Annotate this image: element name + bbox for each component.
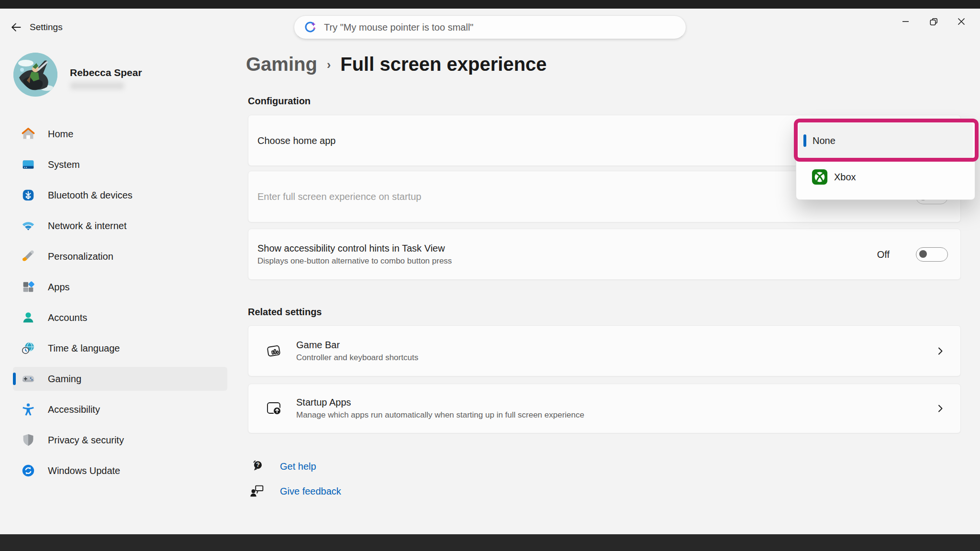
privacy-security-icon xyxy=(21,433,35,447)
breadcrumb-parent[interactable]: Gaming xyxy=(246,54,317,75)
sidebar-item-privacy-security[interactable]: Privacy & security xyxy=(13,428,227,452)
related-settings-heading: Related settings xyxy=(248,307,322,318)
home-icon xyxy=(21,127,35,141)
restore-button[interactable] xyxy=(920,11,947,32)
back-arrow-icon xyxy=(10,21,22,33)
search-sparkle-icon xyxy=(303,20,317,34)
sidebar-item-time-language[interactable]: Time & language xyxy=(13,336,227,360)
game-bar-title: Game Bar xyxy=(296,340,418,351)
sidebar-item-network-internet[interactable]: Network & internet xyxy=(13,214,227,238)
personalization-icon xyxy=(21,249,35,264)
back-button[interactable] xyxy=(7,18,26,36)
get-help-link[interactable]: Get help xyxy=(280,461,316,472)
avatar[interactable] xyxy=(13,53,57,97)
search-input[interactable] xyxy=(323,22,681,33)
windows-update-icon xyxy=(21,463,35,478)
game-bar-subtitle: Controller and keyboard shortcuts xyxy=(296,353,418,363)
sidebar-item-apps[interactable]: Apps xyxy=(13,275,227,299)
accessibility-hints-toggle[interactable] xyxy=(916,247,948,262)
sidebar-item-system[interactable]: System xyxy=(13,153,227,176)
search-box[interactable] xyxy=(294,15,686,39)
accessibility-hints-title: Show accessibility control hints in Task… xyxy=(257,243,452,254)
give-feedback-link[interactable]: Give feedback xyxy=(280,486,341,497)
startup-experience-label: Enter full screen experience on startup xyxy=(257,191,421,202)
dropdown-option-none[interactable]: None xyxy=(799,123,973,158)
settings-window: Settings xyxy=(0,0,980,551)
close-button[interactable] xyxy=(947,11,975,32)
sidebar-item-accessibility[interactable]: Accessibility xyxy=(13,397,227,421)
startup-apps-subtitle: Manage which apps run automatically when… xyxy=(296,410,584,420)
screen-bottom-bar xyxy=(0,534,980,551)
restore-icon xyxy=(928,16,939,27)
accessibility-hints-subtitle: Displays one-button alternative to combo… xyxy=(257,256,452,266)
user-subtitle-blurred xyxy=(70,82,124,89)
user-name: Rebecca Spear xyxy=(70,67,142,78)
toggle-state-label: Off xyxy=(877,249,890,260)
breadcrumb-chevron-icon: › xyxy=(327,58,331,72)
page-title: Full screen experience xyxy=(340,54,546,75)
dropdown-option-xbox[interactable]: Xbox xyxy=(799,159,973,195)
accessibility-hints-row: Show accessibility control hints in Task… xyxy=(248,229,961,280)
dropdown-option-xbox-label: Xbox xyxy=(834,172,856,183)
minimize-icon xyxy=(901,16,911,27)
startup-apps-title: Startup Apps xyxy=(296,397,584,408)
minimize-button[interactable] xyxy=(892,11,920,32)
sidebar-item-home[interactable]: Home xyxy=(13,122,227,146)
app-title: Settings xyxy=(30,22,63,33)
startup-apps-icon xyxy=(266,400,283,417)
get-help-row: ? Get help xyxy=(249,458,316,474)
game-bar-icon xyxy=(266,342,283,360)
window-controls xyxy=(892,11,975,32)
selected-accent-bar xyxy=(13,373,16,385)
bluetooth-icon xyxy=(21,188,35,202)
gaming-icon xyxy=(21,372,35,386)
give-feedback-row: Give feedback xyxy=(249,483,341,499)
selected-option-accent-bar xyxy=(803,134,806,147)
sidebar-nav: Home System Bluetooth & devices Network … xyxy=(13,122,227,483)
chevron-right-icon xyxy=(935,403,946,414)
sidebar-item-windows-update[interactable]: Windows Update xyxy=(13,459,227,483)
svg-text:?: ? xyxy=(256,462,260,468)
breadcrumb: Gaming › Full screen experience xyxy=(246,54,547,75)
chevron-right-icon xyxy=(935,345,946,357)
game-bar-row[interactable]: Game Bar Controller and keyboard shortcu… xyxy=(248,325,961,376)
sidebar-item-bluetooth-devices[interactable]: Bluetooth & devices xyxy=(13,183,227,207)
system-icon xyxy=(21,157,35,172)
give-feedback-icon xyxy=(249,483,266,499)
dropdown-option-none-label: None xyxy=(813,135,835,146)
apps-icon xyxy=(21,280,35,294)
home-app-dropdown-flyout: None Xbox xyxy=(796,120,975,200)
sidebar-item-personalization[interactable]: Personalization xyxy=(13,244,227,268)
sidebar-item-gaming[interactable]: Gaming xyxy=(13,367,227,391)
get-help-icon: ? xyxy=(249,458,266,474)
accounts-icon xyxy=(21,310,35,325)
network-icon xyxy=(21,219,35,233)
startup-apps-row[interactable]: Startup Apps Manage which apps run autom… xyxy=(248,384,961,433)
screen-top-bar xyxy=(0,0,980,9)
xbox-icon xyxy=(812,169,828,185)
choose-home-app-label: Choose home app xyxy=(257,135,335,146)
sidebar-item-accounts[interactable]: Accounts xyxy=(13,306,227,330)
configuration-heading: Configuration xyxy=(248,96,311,107)
time-language-icon xyxy=(21,341,35,355)
accessibility-icon xyxy=(21,402,35,417)
close-icon xyxy=(956,16,967,27)
